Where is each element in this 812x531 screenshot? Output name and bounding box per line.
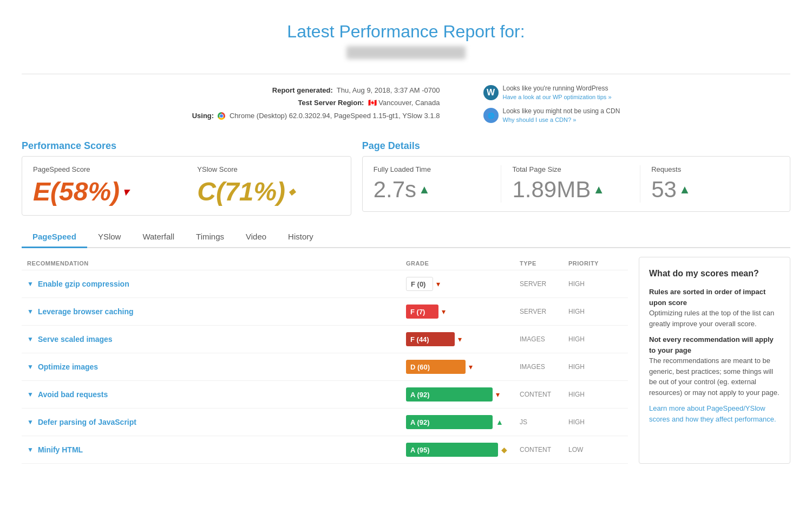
grade-bar: A (92) [406, 415, 493, 429]
rec-link[interactable]: Leverage browser caching [38, 307, 134, 316]
fully-loaded-label: Fully Loaded Time [374, 165, 490, 173]
fully-loaded-value: 2.7s ▲ [374, 177, 490, 203]
requests-label: Requests [651, 165, 768, 173]
grade-cell: A (92) ▾ [406, 387, 514, 402]
priority-cell: HIGH [568, 418, 623, 426]
tab-timings[interactable]: Timings [185, 226, 235, 248]
pagespeed-score-item: PageSpeed Score E(58%) ▾ [33, 165, 175, 206]
flag-icon: 🇨🇦 [368, 99, 377, 107]
grade-chevron-icon: ▾ [458, 335, 462, 344]
cdn-icon: 🌐 [483, 108, 499, 123]
table-header: RECOMMENDATION GRADE TYPE PRIORITY [22, 257, 628, 270]
expand-icon[interactable]: ▼ [27, 391, 34, 398]
expand-icon[interactable]: ▼ [27, 280, 34, 288]
info-box-p2-bold: Not every recommendation will apply to y… [649, 335, 774, 354]
tabs-bar: PageSpeed YSlow Waterfall Timings Video … [22, 226, 790, 248]
grade-chevron-icon: ▾ [469, 362, 473, 371]
grade-cell: F (7) ▾ [406, 305, 514, 319]
cdn-link[interactable]: Why should I use a CDN? » [503, 116, 620, 124]
type-cell: SERVER [520, 280, 563, 288]
performance-scores-heading: Performance Scores [22, 140, 351, 152]
rec-cell: ▼ Minify HTML [27, 445, 401, 454]
rec-cell: ▼ Serve scaled images [27, 335, 401, 344]
priority-cell: HIGH [568, 363, 623, 371]
requests-value: 53 ▲ [651, 177, 768, 203]
requests-item: Requests 53 ▲ [640, 165, 779, 203]
expand-icon[interactable]: ▼ [27, 363, 34, 371]
type-cell: SERVER [520, 308, 563, 315]
rec-cell: ▼ Avoid bad requests [27, 390, 401, 399]
tab-history[interactable]: History [277, 226, 324, 248]
pagespeed-arrow-icon: ▾ [123, 185, 128, 198]
main-content: RECOMMENDATION GRADE TYPE PRIORITY ▼ Ena… [22, 257, 790, 464]
scores-section: Performance Scores PageSpeed Score E(58%… [22, 140, 790, 216]
grade-diamond-icon: ◆ [501, 445, 507, 454]
wordpress-notice: W Looks like you're running WordPress Ha… [483, 84, 620, 101]
tab-yslow[interactable]: YSlow [87, 226, 132, 248]
total-page-size-label: Total Page Size [512, 165, 629, 173]
table-row: ▼ Avoid bad requests A (92) ▾ CONTENT HI… [22, 381, 628, 409]
page-details-panel: Page Details Fully Loaded Time 2.7s ▲ To… [362, 140, 790, 216]
priority-cell: HIGH [568, 308, 623, 315]
table-row: ▼ Leverage browser caching F (7) ▾ SERVE… [22, 298, 628, 326]
rec-link[interactable]: Enable gzip compression [38, 280, 129, 288]
priority-cell: HIGH [568, 335, 623, 343]
total-page-size-item: Total Page Size 1.89MB ▲ [501, 165, 640, 203]
grade-bar: D (60) [406, 360, 466, 374]
expand-icon[interactable]: ▼ [27, 418, 34, 426]
wordpress-icon: W [483, 85, 499, 100]
col-recommendation: RECOMMENDATION [27, 260, 401, 267]
rec-link[interactable]: Serve scaled images [38, 335, 113, 344]
info-box-p1: Rules are sorted in order of impact upon… [649, 287, 780, 329]
test-server-label: Test Server Region: [298, 99, 364, 107]
info-box-p2: Not every recommendation will apply to y… [649, 334, 780, 398]
yslow-score-item: YSlow Score C(71%) ◆ [197, 165, 339, 206]
rec-cell: ▼ Optimize images [27, 362, 401, 371]
report-header: Latest Performance Report for: [22, 11, 790, 66]
grade-bar: F (0) [406, 277, 433, 291]
col-priority: PRIORITY [568, 260, 623, 267]
grade-chevron-icon: ▾ [436, 280, 440, 288]
priority-cell: LOW [568, 446, 623, 454]
col-type: TYPE [520, 260, 563, 267]
rec-link[interactable]: Defer parsing of JavaScript [38, 418, 136, 426]
type-cell: IMAGES [520, 363, 563, 371]
fully-loaded-arrow-icon: ▲ [418, 183, 430, 197]
score-box: PageSpeed Score E(58%) ▾ YSlow Score C(7… [22, 156, 351, 216]
grade-bar: F (7) [406, 305, 438, 319]
report-generated-value: Thu, Aug 9, 2018, 3:37 AM -0700 [337, 86, 440, 94]
info-box-p1-bold: Rules are sorted in order of impact upon… [649, 288, 765, 307]
table-row: ▼ Enable gzip compression F (0) ▾ SERVER… [22, 270, 628, 298]
grade-bar: A (92) [406, 387, 493, 402]
tab-waterfall[interactable]: Waterfall [132, 226, 185, 248]
rec-link[interactable]: Avoid bad requests [38, 390, 108, 399]
using-row: Using: Chrome (Desktop) 62.0.3202.94, Pa… [192, 109, 440, 122]
recommendations-table: RECOMMENDATION GRADE TYPE PRIORITY ▼ Ena… [22, 257, 628, 464]
tab-pagespeed[interactable]: PageSpeed [22, 226, 87, 248]
pagespeed-score-label: PageSpeed Score [33, 165, 175, 173]
type-cell: IMAGES [520, 335, 563, 343]
grade-bar: F (44) [406, 332, 455, 346]
pagespeed-score-value[interactable]: E(58%) ▾ [33, 177, 175, 206]
table-row: ▼ Optimize images D (60) ▾ IMAGES HIGH [22, 353, 628, 381]
tab-video[interactable]: Video [235, 226, 277, 248]
rec-link[interactable]: Minify HTML [38, 445, 83, 454]
grade-chevron-up-icon: ▲ [496, 418, 503, 426]
total-page-size-arrow-icon: ▲ [593, 183, 605, 197]
test-server-value: Vancouver, Canada [378, 99, 440, 107]
expand-icon[interactable]: ▼ [27, 335, 34, 343]
info-box-link[interactable]: Learn more about PageSpeed/YSlow scores … [649, 404, 776, 423]
info-box-p1-text: Optimizing rules at the top of the list … [649, 309, 774, 328]
expand-icon[interactable]: ▼ [27, 446, 34, 454]
total-page-size-value: 1.89MB ▲ [512, 177, 629, 203]
grade-chevron-icon: ▾ [442, 307, 446, 316]
using-label: Using: [192, 112, 214, 120]
grade-cell: A (95) ◆ [406, 443, 514, 457]
yslow-score-value[interactable]: C(71%) ◆ [197, 177, 339, 206]
chrome-icon [218, 112, 225, 120]
rec-link[interactable]: Optimize images [38, 362, 98, 371]
requests-arrow-icon: ▲ [679, 183, 691, 197]
wordpress-link[interactable]: Have a look at our WP optimization tips … [503, 93, 612, 101]
expand-icon[interactable]: ▼ [27, 308, 34, 315]
rec-cell: ▼ Enable gzip compression [27, 280, 401, 288]
